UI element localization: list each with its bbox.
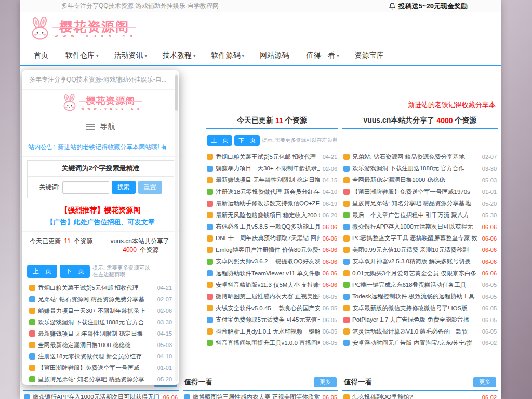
next-page-button[interactable]: 下一页	[60, 265, 90, 278]
nav-item[interactable]: 网站源码	[252, 51, 298, 60]
item-date: 03-30	[157, 319, 172, 325]
resource-list-item[interactable]: 躺赚暴力项目一天30+ 不限制年龄抓录上车 02-06	[206, 163, 338, 174]
reset-button[interactable]: 重置	[138, 181, 162, 194]
resource-list-item[interactable]: 【莆田潮牌鞋服】免费送空军一号匡威1970s 01-01	[342, 186, 498, 197]
resource-list-item[interactable]: PC端一键完成京东618叠蛋糕活动任务工具 06-05	[342, 279, 498, 290]
ad-slot-link[interactable]: 【广告】此处广告位招租、可发文章	[22, 216, 179, 232]
file-icon	[207, 154, 213, 160]
prev-page-button[interactable]: 上一页	[207, 135, 232, 146]
overlay-nav-toggle[interactable]: 导航	[22, 115, 179, 138]
worth-list-item[interactable]: 微博晒图第三届性感内衣大赛 正视美图等你欣赏 06-05	[183, 391, 338, 399]
resource-list-item[interactable]: 香烟口粮关薯王试货5元包邮 招收代理 04-21	[206, 151, 338, 163]
more-button[interactable]: 更多	[473, 377, 496, 387]
item-title: 抖音直播间氛围提升工具v1.0.0 直播间自动发	[216, 339, 320, 347]
worth-list-item[interactable]: 微众银行APP存入1000元活期次日可以获得无门 06-06	[23, 391, 179, 399]
item-title: DNF十二周年庆典预约领取7天黑钻 回归用户	[216, 234, 320, 242]
resource-list-item[interactable]: 兄弟站: 钻石资源网 精品资源免费分享基地 02-07	[342, 151, 498, 163]
nav-item-label: 值得一看	[306, 51, 335, 60]
resource-list-item[interactable]: 最新赚钱项目 无年龄性别限制 稳定日撸 04-15	[28, 328, 173, 339]
resource-list-item[interactable]: 全网最新稳定漏洞日撸1000 稳稳稳 05-03	[342, 175, 498, 186]
item-title: 最后一个文章广告位招租中 引千万流 聚八方	[352, 211, 480, 219]
nav-item[interactable]: 值得一看 ▾	[298, 51, 347, 60]
resource-list-item[interactable]: 皇族博兄弟站: 知名分享吧 精品资源分享 05-20	[28, 374, 173, 385]
resource-list-item[interactable]: 0.01元购买3个月爱奇艺黄金会员 仅限京东白条 06-06	[342, 268, 498, 279]
resource-list-item[interactable]: Emlog博客用户注册插件 价值80元免费分享 06-06	[206, 244, 338, 256]
nav-item[interactable]: 首页	[26, 51, 58, 60]
nav-item[interactable]: 活动资讯 ▾	[107, 51, 155, 60]
more-button[interactable]: 更多	[314, 377, 337, 387]
item-date: 06-06	[323, 259, 337, 265]
nav-item-label: 软件仓库	[65, 51, 95, 60]
overlay-scrollbar[interactable]	[175, 73, 178, 382]
caret-down-icon: ▾	[145, 53, 148, 58]
file-icon	[343, 201, 350, 207]
item-date: 02-06	[323, 166, 337, 172]
resource-list-item[interactable]: 笔灵活动线报计算器V1.0 薅毛必备的一款软 06-05	[342, 326, 498, 337]
resource-list-item[interactable]: 躺赚暴力项目一天30+ 不限制年龄抓录上 02-06	[28, 305, 173, 316]
worth-list-item[interactable]: 怎么投稿到QQ皇族馆? 06-02	[342, 391, 498, 399]
resource-list-item[interactable]: PC恶搞整蛊文字工具 恶搞唤醒屏幕整蛊专家 效 06-06	[342, 233, 498, 244]
resource-list-item[interactable]: 抖音解析工具dy1.0.1 无水印视频一键解析软件 06-05	[206, 326, 338, 337]
prev-page-button[interactable]: 上一页	[27, 265, 57, 278]
resource-list-item[interactable]: 抖音直播间氛围提升工具v1.0.0 直播间自动发 06-05	[206, 337, 338, 349]
resource-list-item[interactable]: 微众银行APP存入1000元活期次日可以获得无 06-06	[342, 221, 498, 232]
recommend-ad-link[interactable]: 【强烈推荐】樱花资源阁	[22, 204, 179, 216]
resource-list-item[interactable]: 安卓双开神器v2.5.3.0精简版 解决多账号切换 06-06	[342, 256, 498, 268]
item-title: 香烟口粮关薯王试货5元包邮 招收代理	[38, 284, 155, 292]
keyword-input[interactable]	[62, 181, 109, 194]
resource-list-item[interactable]: 安卓抖音精简版v11.3 仅5M大小 支持账号登录 06-06	[206, 279, 338, 290]
resource-list-item[interactable]: 微博晒图第三届性感内衣大赛 正视美图等你欣赏 06-05	[206, 291, 338, 302]
resource-list-item[interactable]: 最新无风险包赔赚钱项目 稳定收入200-500元 06-20	[206, 209, 338, 221]
resource-list-item[interactable]: 香烟口粮关薯王试货5元包邮 招收代理 04-21	[28, 282, 173, 294]
resource-list-item[interactable]: Todesk远程控制软件 极致流畅的远程协助工具 06-05	[342, 291, 498, 302]
site-title: 樱花资源阁	[81, 96, 140, 106]
file-icon	[29, 342, 35, 348]
resource-list-item[interactable]: 兄弟站: 钻石资源网 精品资源免费分享基 02-07	[28, 294, 173, 305]
resource-list-item[interactable]: 全网最新稳定漏洞日撸1000 稳稳稳 05-03	[28, 339, 173, 351]
resource-list-item[interactable]: 注册送18元零投资做代理 新会员分红存1000 04-10	[206, 186, 338, 197]
overlay-resource-list: 香烟口粮关薯王试货5元包邮 招收代理 04-21 兄弟站: 钻石资源网 精品资源…	[22, 281, 179, 385]
next-page-button[interactable]: 下一页	[234, 135, 260, 146]
item-date: 04-15	[157, 330, 172, 337]
resource-list-item[interactable]: 欢乐游戏漏洞 下载注册送1888元 官方合作 03-30	[342, 163, 498, 174]
item-date: 05-03	[482, 177, 497, 183]
resource-list-item[interactable]: 皇族博兄弟站: 知名分享吧 精品资源分享基地 05-20	[342, 198, 498, 209]
file-icon	[207, 201, 213, 207]
resource-list-item[interactable]: 最新赚钱项目 无年龄性别限制 稳定日撸300+ 04-15	[206, 175, 338, 186]
search-button[interactable]: 搜索	[112, 181, 136, 194]
stats-post: 个资源	[74, 237, 92, 245]
nav-item[interactable]: 技术教程 ▾	[155, 51, 204, 60]
resource-list-item[interactable]: PotPlayer 1.7 去广告绿色版 免费全能影音播 06-05	[342, 314, 498, 325]
nav-item[interactable]: 软件仓库 ▾	[58, 51, 107, 60]
resource-list-item[interactable]: 火绒安全软件v5.0.45 一款良心的国产安全软件 06-05	[206, 302, 338, 314]
item-date: 06-05	[482, 294, 497, 300]
nav-item[interactable]: 资源宝库	[347, 51, 393, 60]
resource-list-item[interactable]: 安卓闪照大师v3.6.2 一键提取QQ好友发的闪照 06-06	[206, 256, 338, 268]
bell-icon	[389, 3, 396, 10]
item-title: 躺赚暴力项目一天30+ 不限制年龄抓录上	[38, 307, 155, 315]
resource-list-item[interactable]: 安卓浮动时间无广告版 内置淘宝/京东/苏宁/拼 06-02	[342, 337, 498, 349]
overlay-slogan: 多年专注分享QQ技术资源-游戏辅助外挂娱乐-自...	[22, 70, 179, 90]
resource-list-item[interactable]: 注册送18元零投资做代理 新会员分红存 04-10	[28, 351, 173, 362]
resource-list-item[interactable]: 最新运动助手修改步数支持微信QQ+ZFB步 06-19	[206, 198, 338, 209]
resource-list-item[interactable]: 欢乐游戏漏洞 下载注册送1888元 官方合 03-30	[28, 316, 173, 328]
main-nav: 首页 软件仓库 ▾ 活动资讯 ▾ 技术教程 ▾ 软件源码 ▾	[20, 46, 501, 66]
worth-left-list: 微众银行APP存入1000元活期次日可以获得无门 06-06	[23, 391, 179, 399]
site-logo[interactable]: 樱花资源阁 w w w . v u u s . c n	[28, 17, 134, 41]
resource-list-item[interactable]: 布偶必备工具v5.8.5 一款QQ多功能工具软件 06-06	[206, 221, 338, 232]
file-icon	[29, 285, 35, 291]
today-panel-title: 今天已更新 11 个资源	[206, 113, 338, 129]
item-date: 06-05	[323, 394, 337, 399]
item-title: 抖音解析工具dy1.0.1 无水印视频一键解析软件	[216, 328, 320, 336]
overlay-logo[interactable]: 樱花资源阁 w w w . v u u s . c n	[22, 90, 179, 115]
resource-list-item[interactable]: 远程协助软件TeamViewer v11 单文件版 方便 06-06	[206, 268, 338, 279]
resource-list-item[interactable]: 最后一个文章广告位招租中 引千万流 聚八方 05-30	[342, 209, 498, 221]
resource-list-item[interactable]: 支付宝免费领取5元话费券 可45元充值三网50 06-05	[206, 314, 338, 325]
resource-list-item[interactable]: 【莆田潮牌鞋服】免费送空军一号匡威 01-01	[28, 362, 173, 374]
submit-reward-link[interactable]: 投稿送5~20元现金奖励	[389, 2, 468, 11]
nav-item[interactable]: 软件源码 ▾	[204, 51, 252, 60]
resource-list-item[interactable]: DNF十二周年庆典预约领取7天黑钻 回归用户 06-06	[206, 233, 338, 244]
resource-list-item[interactable]: 安卓最新版的微信支持修改微信号了! IOS版 06-05	[342, 302, 498, 314]
scrollbar-thumb[interactable]	[175, 75, 178, 111]
resource-list-item[interactable]: 美团0.99元充值10元话费 亲测10元话费秒到 06-06	[342, 244, 498, 256]
